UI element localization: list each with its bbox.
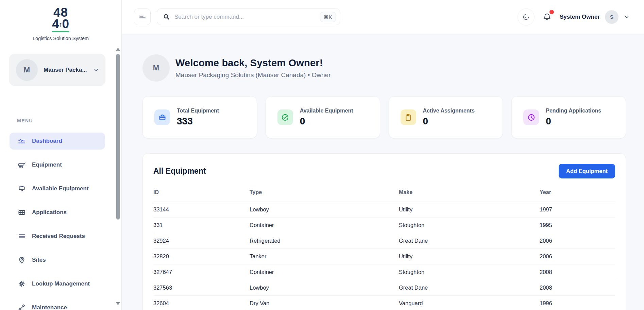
sidebar-item-received-requests[interactable]: Received Requests [10, 228, 105, 245]
org-welcome-avatar: M [142, 54, 170, 82]
stats-row: Total Equipment333Available Equipment0Ac… [142, 96, 626, 138]
table-cell: Great Dane [399, 238, 540, 244]
hamburger-icon [138, 13, 147, 21]
logo-tagline: Logistics Solution System [0, 36, 121, 41]
stat-card-available-equipment: Available Equipment0 [266, 96, 380, 138]
org-avatar: M [16, 59, 38, 81]
table-cell: 1997 [540, 206, 615, 213]
table-cell: 327563 [153, 285, 250, 291]
sidebar-section-label: MENU [17, 118, 33, 123]
table-row[interactable]: 327647ContainerStoughton2008 [153, 264, 615, 280]
table-row[interactable]: 32604Dry VanVanguard1996 [153, 296, 615, 310]
search-icon [163, 13, 170, 21]
table-cell: 1996 [540, 300, 615, 307]
header-actions: System Owner S [518, 8, 630, 25]
column-header-make: Make [399, 189, 540, 195]
sidebar-toggle-button[interactable] [134, 8, 151, 25]
sidebar-item-label: Available Equipment [32, 185, 89, 192]
sidebar-item-sites[interactable]: Sites [10, 252, 105, 269]
stat-label: Total Equipment [177, 108, 219, 114]
table-cell: Refrigerated [250, 238, 399, 244]
stat-card-active-assignments: Active Assignments0 [389, 96, 503, 138]
column-header-type: Type [250, 189, 399, 195]
table-body: 33144LowboyUtility1997331ContainerStough… [153, 202, 615, 310]
sites-icon [18, 256, 26, 264]
sidebar-item-equipment[interactable]: Equipment [10, 156, 105, 173]
table-row[interactable]: 331ContainerStoughton1995 [153, 218, 615, 233]
scrollbar-thumb[interactable] [116, 54, 120, 220]
page-title: Welcome back, System Owner! [175, 57, 331, 69]
stat-value: 0 [546, 116, 601, 127]
org-selector[interactable]: M Mauser Packa... [9, 54, 105, 86]
sidebar-item-label: Applications [32, 209, 67, 216]
table-cell: 2006 [540, 253, 615, 260]
table-cell: Lowboy [250, 285, 399, 291]
top-header: ⌘K System Owner S [122, 0, 644, 34]
sidebar-item-lookup-management[interactable]: Lookup Management [10, 275, 105, 292]
table-cell: 331 [153, 222, 250, 228]
welcome-section: M Welcome back, System Owner! Mauser Pac… [142, 54, 626, 82]
check-circle-icon [277, 109, 293, 125]
applications-icon [18, 208, 26, 217]
chevron-down-icon [624, 14, 630, 20]
notifications-button[interactable] [543, 13, 552, 21]
available-equipment-icon [18, 185, 26, 193]
maintenance-icon [18, 304, 26, 310]
stat-card-total-equipment: Total Equipment333 [142, 96, 257, 138]
stat-text: Active Assignments0 [423, 108, 475, 127]
table-cell: Utility [399, 206, 540, 213]
table-cell: 1995 [540, 222, 615, 228]
stat-value: 0 [300, 116, 353, 127]
search-bar[interactable]: ⌘K [157, 8, 340, 25]
clock-icon [523, 109, 539, 125]
table-cell: Great Dane [399, 285, 540, 291]
table-cell: Dry Van [250, 300, 399, 307]
sidebar: 48 4↑0 Logistics Solution System M Mause… [0, 0, 122, 310]
sidebar-item-applications[interactable]: Applications [10, 204, 105, 221]
stat-card-pending-applications: Pending Applications0 [511, 96, 626, 138]
dark-mode-toggle[interactable] [518, 8, 535, 25]
logo-bottom-digits: 4↑0 [52, 18, 69, 32]
stat-text: Total Equipment333 [177, 108, 219, 127]
search-input[interactable] [174, 14, 316, 20]
notification-badge [549, 10, 554, 14]
table-cell: Tanker [250, 253, 399, 260]
table-cell: Container [250, 269, 399, 275]
clipboard-icon [401, 109, 416, 125]
user-menu[interactable]: System Owner S [560, 10, 630, 24]
user-avatar: S [605, 10, 618, 24]
sidebar-item-label: Lookup Management [32, 280, 90, 287]
table-row[interactable]: 33144LowboyUtility1997 [153, 202, 615, 218]
table-row[interactable]: 32924RefrigeratedGreat Dane2006 [153, 233, 615, 249]
table-header-row: IDTypeMakeYear [153, 187, 615, 202]
sidebar-item-available-equipment[interactable]: Available Equipment [10, 180, 105, 197]
table-cell: 2008 [540, 269, 615, 275]
table-cell: Stoughton [399, 269, 540, 275]
org-name: Mauser Packa... [44, 67, 87, 73]
scrollbar-up-arrow-icon[interactable] [116, 48, 120, 51]
table-cell: 32604 [153, 300, 250, 307]
table-cell: 33144 [153, 206, 250, 213]
lookup-management-icon [18, 280, 26, 288]
table-row[interactable]: 327563LowboyGreat Dane2008 [153, 280, 615, 296]
add-equipment-button[interactable]: Add Equipment [559, 164, 615, 178]
sidebar-item-label: Equipment [32, 161, 62, 168]
equipment-table-card: All Equipment Add Equipment IDTypeMakeYe… [142, 153, 626, 310]
sidebar-item-maintenance[interactable]: Maintenance [10, 299, 105, 310]
page-content: M Welcome back, System Owner! Mauser Pac… [122, 34, 644, 310]
moon-icon [522, 13, 530, 21]
chevron-down-icon [93, 67, 99, 73]
table-row[interactable]: 32820TankerUtility2006 [153, 249, 615, 264]
table-cell: 32924 [153, 238, 250, 244]
sidebar-item-dashboard[interactable]: Dashboard [10, 133, 105, 150]
stat-label: Available Equipment [300, 108, 353, 114]
table-cell: 2006 [540, 238, 615, 244]
sidebar-item-label: Received Requests [32, 233, 85, 240]
sidebar-menu: DashboardEquipmentAvailable EquipmentApp… [10, 133, 105, 310]
app-root: 48 4↑0 Logistics Solution System M Mause… [0, 0, 644, 310]
sidebar-scrollbar[interactable] [116, 48, 120, 308]
page-subtitle: Mauser Packaging Solutins (Mauser Canada… [175, 71, 331, 79]
table-cell: Utility [399, 253, 540, 260]
sidebar-item-label: Dashboard [32, 138, 62, 144]
scrollbar-down-arrow-icon[interactable] [116, 302, 120, 305]
